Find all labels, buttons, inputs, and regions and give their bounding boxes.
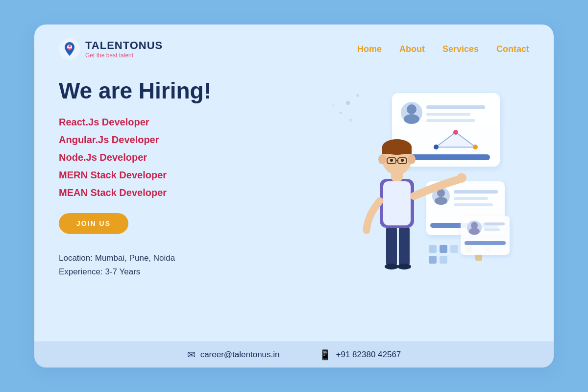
logo-tagline: Get the best talent: [85, 52, 163, 59]
svg-rect-29: [429, 245, 437, 253]
svg-point-3: [346, 101, 350, 105]
svg-point-6: [349, 119, 352, 122]
svg-point-24: [435, 197, 447, 205]
footer: ✉ career@talentonus.in 📱 +91 82380 42567: [34, 342, 554, 368]
nav-item-contact[interactable]: Contact: [496, 44, 529, 54]
hiring-title: We are Hiring!: [59, 78, 294, 103]
list-item: MEAN Stack Developer: [59, 186, 294, 199]
main-card: TALENTONUS Get the best talent Home Abou…: [34, 24, 554, 368]
logo-icon: [59, 38, 80, 60]
nav-item-home[interactable]: Home: [357, 44, 382, 54]
logo-text: TALENTONUS Get the best talent: [85, 39, 163, 59]
nav-item-about[interactable]: About: [399, 44, 425, 54]
svg-rect-13: [426, 113, 470, 116]
svg-point-40: [397, 264, 411, 270]
list-item: Angular.Js Developer: [59, 133, 294, 147]
svg-point-17: [453, 130, 458, 135]
location-info: Location: Mumbai, Pune, Noida Experience…: [59, 251, 294, 280]
left-content: We are Hiring! React.Js Developer Angula…: [59, 74, 294, 279]
svg-point-10: [407, 104, 416, 114]
svg-rect-42: [383, 181, 411, 225]
svg-rect-12: [426, 105, 485, 109]
nav: Home About Services Contact: [357, 44, 529, 54]
logo-area: TALENTONUS Get the best talent: [59, 38, 163, 60]
svg-point-53: [390, 159, 393, 162]
email-address: career@talentonus.in: [200, 350, 280, 360]
nav-item-services[interactable]: Services: [442, 44, 479, 54]
svg-rect-32: [429, 256, 437, 264]
svg-point-54: [401, 159, 404, 162]
svg-point-43: [457, 173, 466, 183]
svg-rect-59: [484, 222, 505, 225]
list-item: Node.Js Developer: [59, 150, 294, 164]
list-item: MERN Stack Developer: [59, 168, 294, 182]
svg-point-4: [356, 94, 359, 97]
email-icon: ✉: [187, 349, 196, 361]
svg-point-58: [469, 228, 480, 235]
main-content: We are Hiring! React.Js Developer Angula…: [34, 69, 554, 309]
svg-rect-35: [475, 254, 482, 261]
svg-rect-31: [450, 245, 458, 253]
svg-point-48: [378, 154, 386, 164]
email-contact: ✉ career@talentonus.in: [187, 349, 280, 361]
svg-point-2: [69, 45, 71, 48]
svg-rect-61: [465, 241, 506, 245]
svg-rect-60: [484, 228, 500, 231]
experience-text: Experience: 3-7 Years: [59, 265, 294, 279]
svg-point-11: [404, 114, 419, 124]
phone-icon: 📱: [319, 349, 331, 361]
list-item: React.Js Developer: [59, 115, 294, 129]
svg-rect-14: [426, 119, 475, 122]
svg-point-19: [434, 145, 439, 149]
right-illustration: [294, 74, 529, 309]
svg-rect-55: [461, 216, 510, 255]
svg-point-49: [408, 154, 416, 164]
location-text: Location: Mumbai, Pune, Noida: [59, 251, 294, 266]
svg-rect-33: [440, 256, 447, 264]
phone-number: +91 82380 42567: [336, 350, 401, 360]
svg-rect-30: [440, 245, 447, 253]
header: TALENTONUS Get the best talent Home Abou…: [34, 24, 554, 69]
svg-rect-38: [399, 225, 410, 267]
svg-point-39: [385, 264, 398, 270]
job-list: React.Js Developer Angular.Js Developer …: [59, 115, 294, 199]
logo-name: TALENTONUS: [85, 39, 163, 52]
svg-point-5: [340, 112, 342, 114]
join-us-button[interactable]: JOIN US: [59, 213, 128, 234]
svg-point-18: [473, 145, 478, 149]
svg-rect-25: [454, 190, 498, 194]
svg-point-57: [471, 222, 478, 229]
svg-rect-37: [386, 225, 397, 267]
svg-point-7: [332, 104, 334, 106]
svg-rect-47: [382, 146, 412, 154]
svg-rect-27: [454, 203, 493, 206]
svg-rect-26: [454, 197, 488, 200]
phone-contact: 📱 +91 82380 42567: [319, 349, 401, 361]
